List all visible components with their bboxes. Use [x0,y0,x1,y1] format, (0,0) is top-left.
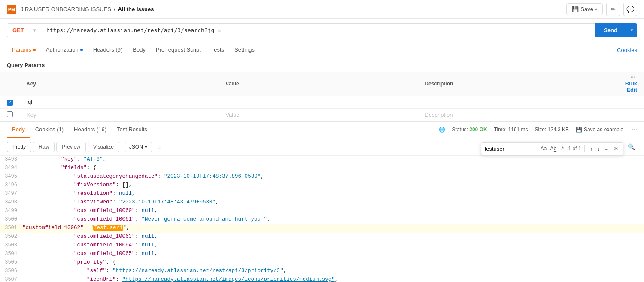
comment-button[interactable]: 💬 [623,3,637,16]
response-tab-body[interactable]: Body [7,121,30,138]
app-icon: PM [7,5,16,14]
param-empty-checkbox[interactable] [7,111,13,117]
match-case-button[interactable]: Aa [540,145,548,152]
search-navigation: ↑ ↓ ≡ [588,145,609,153]
param-empty-value[interactable]: Value [219,108,418,121]
save-example-label: Save as example [584,127,623,133]
line-number: 3498 [0,199,22,205]
param-empty-actions [618,108,644,121]
url-input[interactable] [41,23,595,37]
line-number: 3494 [0,164,22,171]
request-tabs-bar: Params Authorization Headers (9) Body Pr… [0,42,644,58]
tab-headers[interactable]: Headers (9) [88,42,128,58]
method-select[interactable]: GET ▾ [7,23,41,37]
tab-headers-label: Headers (9) [93,46,123,53]
search-menu-button[interactable]: ≡ [602,145,609,153]
line-number: 3503 [0,242,22,248]
code-area[interactable]: 3493 "key": "AT-6",3494 "fields": {3495 … [0,156,644,282]
param-desc-cell[interactable] [418,96,618,109]
response-tabs: Body Cookies (1) Headers (16) Test Resul… [7,121,152,138]
table-row: 3500 "customfield_10061": "Never gonna c… [0,216,644,224]
tab-settings[interactable]: Settings [229,42,260,58]
line-content: "statuscategorychangedate": "2023-10-19T… [22,173,644,180]
param-value-cell[interactable] [219,96,418,109]
col-key-header: Key [20,72,219,96]
format-select[interactable]: JSON ▾ [125,142,152,152]
authorization-dot-icon [80,49,83,51]
table-row: 3493 "key": "AT-6", [0,156,644,164]
search-button[interactable]: 🔍 [625,141,637,153]
save-example-button[interactable]: 💾 Save as example [576,127,623,133]
more-options-icon[interactable]: ⋯ [632,127,637,133]
line-number: 3504 [0,250,22,257]
response-tab-headers-label: Headers (16) [74,126,106,133]
breadcrumb-parent[interactable]: JIRA USER ONBOARDING ISSUES [21,6,111,12]
line-number: 3505 [0,259,22,265]
size-value: 124.3 KB [548,127,569,133]
table-row: 3494 "fields": { [0,164,644,173]
table-row: 3505 "priority": { [0,259,644,267]
param-checkbox[interactable]: ✓ [7,100,13,106]
response-tab-headers[interactable]: Headers (16) [69,121,112,138]
param-key-cell[interactable]: jql [20,96,219,109]
param-row-jql: ✓ jql [0,96,644,109]
response-status-bar: 🌐 Status: 200 OK Time: 1161 ms Size: 124… [439,127,637,133]
table-row: 3498 "lastViewed": "2023-10-19T17:48:43.… [0,199,644,207]
filter-icon[interactable]: ≡ [157,143,161,150]
bulk-edit-button[interactable]: Bulk Edit [625,80,637,93]
search-count: 1 of 1 [568,146,581,152]
tab-body[interactable]: Body [128,42,151,58]
regex-button[interactable]: .* [559,145,565,152]
line-content: "customfield_10065": null, [22,250,644,257]
globe-icon: 🌐 [439,127,445,133]
line-number: 3501 [0,224,22,231]
param-empty-desc[interactable]: Description [418,108,618,121]
col-value-header: Value [219,72,418,96]
breadcrumb-current: All the issues [118,6,154,12]
response-tab-test-results[interactable]: Test Results [112,121,152,138]
view-visualize-button[interactable]: Visualize [88,142,119,152]
response-tab-cookies[interactable]: Cookies (1) [30,121,69,138]
edit-icon: ✏ [611,6,616,13]
send-label: Send [595,23,626,37]
size-label: Size: 124.3 KB [535,127,569,133]
view-pretty-button[interactable]: Pretty [7,142,31,152]
line-number: 3506 [0,267,22,274]
save-icon: 💾 [572,6,579,12]
save-example-icon: 💾 [576,127,582,133]
line-content: "priority": { [22,259,644,266]
search-input-popup[interactable] [485,146,536,152]
line-number: 3499 [0,207,22,214]
view-raw-button[interactable]: Raw [33,142,55,152]
line-content: "customfield_10060": null, [22,207,644,214]
format-chevron-icon: ▾ [145,144,147,150]
dots-icon: ⋯ [630,74,635,80]
cookies-link[interactable]: Cookies [617,47,637,53]
param-empty-key[interactable]: Key [20,108,219,121]
tab-params[interactable]: Params [7,42,41,58]
search-close-button[interactable]: ✕ [613,144,620,153]
line-content: "customfield_10064": null, [22,242,644,249]
tab-prerequest[interactable]: Pre-request Script [151,42,206,58]
col-desc-header: Description [418,72,618,96]
top-bar-right: 💾 Save ▾ ✏ 💬 [566,3,637,16]
table-row: 3507 "iconUrl": "https://naready.atlassi… [0,276,644,282]
line-content: "resolution": null, [22,190,644,197]
search-prev-button[interactable]: ↑ [588,145,595,153]
line-number: 3496 [0,182,22,188]
edit-button[interactable]: ✏ [606,3,620,16]
send-button[interactable]: Send ▾ [595,23,637,37]
param-empty-checkbox-cell [0,108,20,121]
table-row: 3504 "customfield_10065": null, [0,250,644,259]
view-preview-button[interactable]: Preview [56,142,86,152]
tab-authorization[interactable]: Authorization [41,42,88,58]
tab-tests[interactable]: Tests [206,42,229,58]
line-content: "lastViewed": "2023-10-19T17:48:43.479+0… [22,199,644,206]
save-button[interactable]: 💾 Save ▾ [566,3,603,15]
table-row: 3497 "resolution": null, [0,190,644,199]
search-next-button[interactable]: ↓ [595,145,602,153]
whole-word-button[interactable]: Ab̲ [549,145,558,152]
params-dot-icon [33,49,36,51]
table-row: 3496 "fixVersions": [], [0,182,644,190]
tab-prerequest-label: Pre-request Script [156,46,201,53]
